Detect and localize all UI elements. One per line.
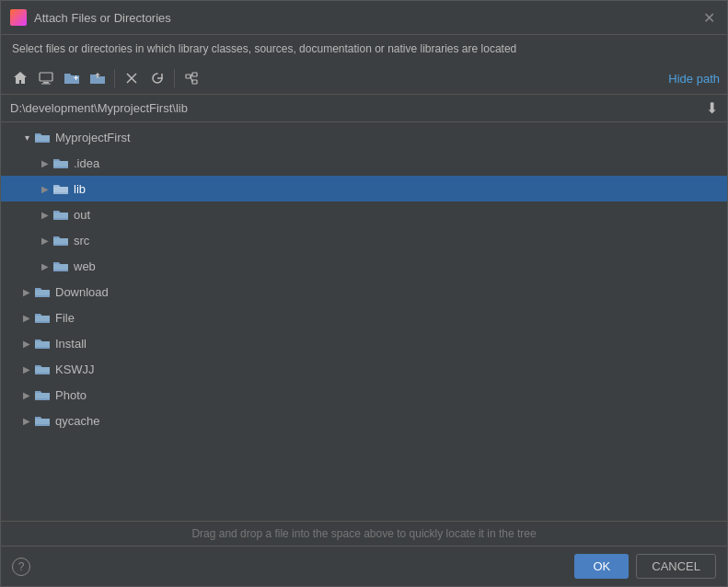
- tree-item-web[interactable]: ▶ web: [1, 253, 727, 279]
- toolbar-separator-2: [174, 69, 175, 87]
- svg-rect-8: [192, 80, 197, 84]
- expand-arrow-file: ▶: [19, 310, 34, 325]
- svg-rect-0: [40, 73, 52, 81]
- attach-dialog: Attach Files or Directories ✕ Select fil…: [0, 0, 728, 587]
- folder-icon-lib: [52, 182, 69, 195]
- tree-label-web: web: [74, 259, 96, 273]
- title-bar: Attach Files or Directories ✕: [1, 1, 727, 35]
- expand-arrow-web: ▶: [38, 259, 52, 273]
- tree-item-install[interactable]: ▶ Install: [1, 330, 727, 356]
- delete-button[interactable]: [120, 66, 144, 90]
- help-button[interactable]: ?: [12, 558, 30, 576]
- tree-item-myprojectfirst[interactable]: ▾ MyprojectFirst: [1, 124, 727, 150]
- expand-arrow-install: ▶: [19, 336, 34, 351]
- tree-item-photo[interactable]: ▶ Photo: [1, 382, 727, 408]
- toolbar: +: [1, 63, 727, 95]
- tree-label-myprojectfirst: MyprojectFirst: [55, 131, 131, 144]
- svg-rect-1: [43, 82, 49, 84]
- toolbar-separator-1: [114, 69, 115, 87]
- computer-button[interactable]: [34, 66, 58, 90]
- dialog-title: Attach Files or Directories: [34, 11, 171, 25]
- expand-arrow-kswjj: ▶: [19, 362, 34, 376]
- expand-arrow-qycache: ▶: [19, 413, 34, 428]
- tree-label-lib: lib: [74, 182, 86, 196]
- tree-item-file[interactable]: ▶ File: [1, 305, 727, 330]
- action-buttons: OK CANCEL: [574, 554, 716, 579]
- svg-line-10: [191, 76, 192, 82]
- folder-icon-kswjj: [34, 363, 51, 375]
- tree-item-out[interactable]: ▶ out: [1, 201, 727, 227]
- expand-arrow-out: ▶: [38, 207, 52, 222]
- expand-arrow-myprojectfirst: ▾: [19, 130, 34, 144]
- subtitle: Select files or directories in which lib…: [1, 35, 727, 63]
- folder-icon-idea: [52, 156, 69, 169]
- tree-item-kswjj[interactable]: ▶ KSWJJ: [1, 356, 727, 382]
- tree-label-kswjj: KSWJJ: [55, 363, 95, 376]
- expand-arrow-photo: ▶: [19, 387, 34, 402]
- svg-rect-2: [41, 84, 51, 85]
- refresh-button[interactable]: [145, 66, 169, 90]
- expand-arrow-idea: ▶: [38, 155, 52, 170]
- tree-item-qycache[interactable]: ▶ qycache: [1, 408, 727, 433]
- tree-item-lib[interactable]: ▶ lib: [1, 176, 727, 201]
- path-download-button[interactable]: ⬇: [706, 99, 718, 117]
- folder-up-button[interactable]: [86, 66, 110, 90]
- folder-icon-src: [52, 234, 69, 247]
- svg-text:+: +: [74, 74, 78, 83]
- bottom-bar: ? OK CANCEL: [1, 546, 727, 586]
- tree-item-download[interactable]: ▶ Download: [1, 279, 727, 305]
- folder-icon-qycache: [34, 414, 51, 427]
- folder-icon-web: [52, 259, 69, 272]
- network-button[interactable]: [179, 66, 203, 90]
- expand-arrow-lib: ▶: [38, 181, 52, 196]
- hide-path-link[interactable]: Hide path: [668, 72, 720, 86]
- folder-icon-install: [34, 337, 51, 350]
- folder-icon-myprojectfirst: [34, 131, 51, 144]
- folder-icon-file: [34, 311, 51, 324]
- svg-rect-6: [186, 75, 191, 78]
- path-bar: D:\development\MyprojectFirst\lib ⬇: [1, 95, 727, 122]
- cancel-button[interactable]: CANCEL: [636, 554, 716, 579]
- tree-label-idea: .idea: [74, 156, 99, 170]
- current-path: D:\development\MyprojectFirst\lib: [10, 101, 699, 115]
- svg-rect-7: [192, 73, 197, 76]
- tree-label-photo: Photo: [55, 388, 87, 402]
- home-button[interactable]: [8, 66, 32, 90]
- title-bar-left: Attach Files or Directories: [10, 9, 171, 26]
- tree-label-file: File: [55, 311, 75, 325]
- tree-label-out: out: [74, 208, 90, 222]
- folder-icon-out: [52, 208, 69, 221]
- folder-icon-download: [34, 285, 51, 298]
- tree-label-install: Install: [55, 337, 87, 351]
- app-icon: [10, 9, 27, 26]
- ok-button[interactable]: OK: [574, 554, 629, 579]
- tree-label-src: src: [74, 234, 89, 247]
- tree-item-src[interactable]: ▶ src: [1, 227, 727, 253]
- tree-label-download: Download: [55, 285, 109, 299]
- file-tree[interactable]: ▾ MyprojectFirst ▶ .idea ▶ lib ▶: [1, 122, 727, 521]
- tree-item-idea[interactable]: ▶ .idea: [1, 150, 727, 176]
- folder-icon-photo: [34, 388, 51, 401]
- close-button[interactable]: ✕: [699, 8, 718, 27]
- expand-arrow-src: ▶: [38, 233, 52, 247]
- expand-arrow-download: ▶: [19, 284, 34, 299]
- tree-label-qycache: qycache: [55, 414, 99, 428]
- drop-hint: Drag and drop a file into the space abov…: [1, 521, 727, 546]
- new-folder-button[interactable]: +: [60, 66, 84, 90]
